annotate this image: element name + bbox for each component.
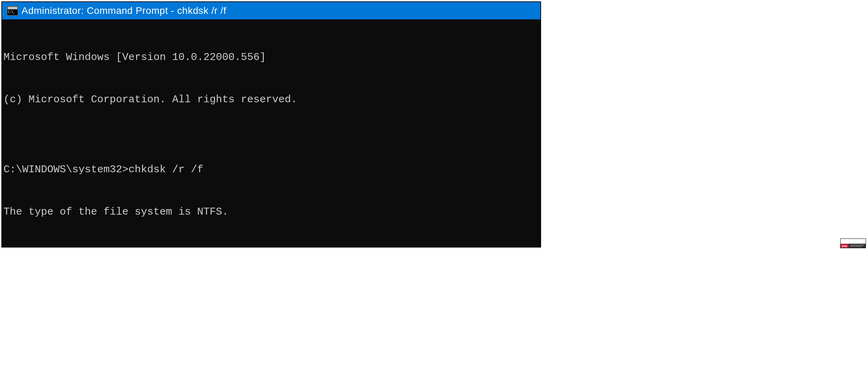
watermark-rest <box>849 244 866 248</box>
watermark-bottom: php <box>841 244 866 248</box>
watermark-badge: php <box>840 238 866 248</box>
output-line: (c) Microsoft Corporation. All rights re… <box>3 93 539 107</box>
window-title: Administrator: Command Prompt - chkdsk /… <box>22 5 226 16</box>
watermark-top <box>841 239 866 244</box>
output-line: The type of the file system is NTFS. <box>3 205 539 219</box>
watermark-tag: php <box>841 244 849 248</box>
output-line: Microsoft Windows [Version 10.0.22000.55… <box>3 50 539 64</box>
titlebar[interactable]: C:\. Administrator: Command Prompt - chk… <box>2 2 540 19</box>
cmd-icon-text: C:\. <box>8 10 15 14</box>
prompt-line: C:\WINDOWS\system32>chkdsk /r /f <box>3 163 539 177</box>
terminal-output[interactable]: Microsoft Windows [Version 10.0.22000.55… <box>2 19 540 247</box>
cmd-icon: C:\. <box>7 6 18 16</box>
command-prompt-window: C:\. Administrator: Command Prompt - chk… <box>1 1 541 248</box>
